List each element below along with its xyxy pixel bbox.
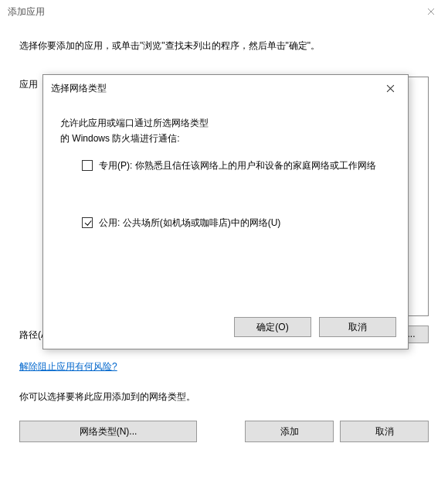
spacer xyxy=(203,421,239,442)
modal-title: 选择网络类型 xyxy=(51,82,373,95)
risk-link[interactable]: 解除阻止应用有何风险? xyxy=(19,361,117,372)
network-types-button[interactable]: 网络类型(N)... xyxy=(19,421,197,442)
network-type-dialog: 选择网络类型 允许此应用或端口通过所选网络类型 的 Windows 防火墙进行通… xyxy=(42,74,409,349)
public-label: 公用: 公共场所(如机场或咖啡店)中的网络(U) xyxy=(99,215,391,230)
modal-desc-line2: 的 Windows 防火墙进行通信: xyxy=(60,131,391,146)
main-titlebar: 添加应用 xyxy=(0,0,448,23)
modal-ok-button[interactable]: 确定(O) xyxy=(234,317,311,337)
instruction-text: 选择你要添加的应用，或单击"浏览"查找未列出的程序，然后单击"确定"。 xyxy=(19,39,429,53)
risk-link-row: 解除阻止应用有何风险? xyxy=(19,360,429,373)
choose-network-text: 你可以选择要将此应用添加到的网络类型。 xyxy=(19,390,429,404)
close-icon xyxy=(386,84,395,93)
main-cancel-button[interactable]: 取消 xyxy=(340,421,429,442)
modal-cancel-button[interactable]: 取消 xyxy=(319,317,396,337)
close-icon xyxy=(427,8,435,15)
public-network-row[interactable]: 公用: 公共场所(如机场或咖啡店)中的网络(U) xyxy=(60,215,391,230)
modal-body: 允许此应用或端口通过所选网络类型 的 Windows 防火墙进行通信: 专用(P… xyxy=(43,101,408,308)
modal-footer: 确定(O) 取消 xyxy=(43,308,408,349)
modal-titlebar: 选择网络类型 xyxy=(43,75,408,101)
modal-desc-line1: 允许此应用或端口通过所选网络类型 xyxy=(60,115,391,131)
private-network-row[interactable]: 专用(P): 你熟悉且信任该网络上的用户和设备的家庭网络或工作网络 xyxy=(60,158,391,173)
private-label: 专用(P): 你熟悉且信任该网络上的用户和设备的家庭网络或工作网络 xyxy=(99,158,391,173)
modal-close-button[interactable] xyxy=(373,77,408,100)
bottom-button-row: 网络类型(N)... 添加 取消 xyxy=(19,421,429,442)
public-checkbox[interactable] xyxy=(82,217,93,228)
main-close-button[interactable] xyxy=(413,0,448,23)
add-app-window: 添加应用 选择你要添加的应用，或单击"浏览"查找未列出的程序，然后单击"确定"。… xyxy=(0,0,448,484)
main-title: 添加应用 xyxy=(8,5,413,19)
private-checkbox[interactable] xyxy=(82,160,93,171)
add-button[interactable]: 添加 xyxy=(245,421,334,442)
